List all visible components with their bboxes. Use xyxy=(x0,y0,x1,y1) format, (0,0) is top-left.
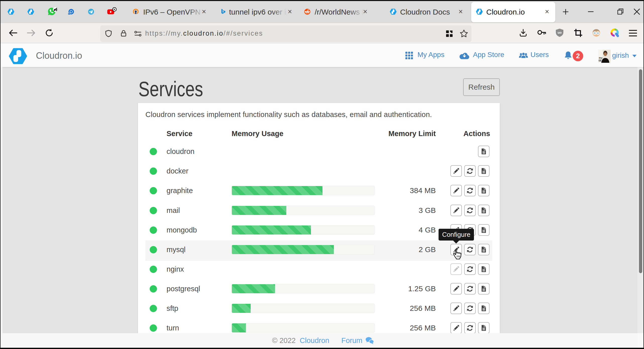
svg-text:my: my xyxy=(599,56,603,59)
svg-text:08: 08 xyxy=(599,59,602,62)
svg-text:uo: uo xyxy=(558,31,562,34)
